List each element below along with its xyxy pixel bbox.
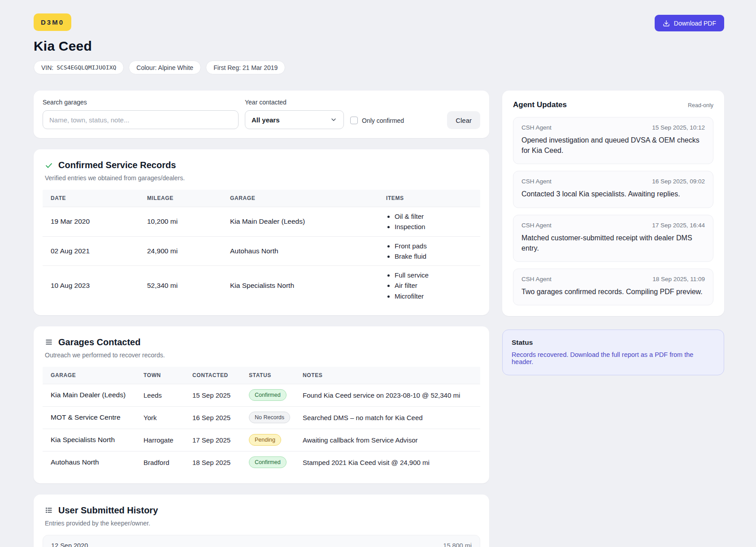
agent-updates-title: Agent Updates — [513, 100, 567, 109]
status-cell: Pending — [241, 434, 295, 446]
col-contacted: Contacted — [184, 372, 241, 378]
user-history-card: User Submitted History Entries provided … — [34, 495, 489, 547]
user-history-subtitle: Entries provided by the keeper/owner. — [43, 520, 480, 527]
record-item: Air filter — [395, 280, 480, 291]
colour-chip: Colour: Alpine White — [129, 61, 201, 74]
header-left: D3M0 Kia Ceed VIN: SCS4EGQLQMIJUOIXQ Col… — [34, 13, 285, 74]
table-row: 19 Mar 2020 10,200 mi Kia Main Dealer (L… — [43, 207, 480, 236]
garage-contacted-date: 15 Sep 2025 — [184, 391, 241, 399]
page: D3M0 Kia Ceed VIN: SCS4EGQLQMIJUOIXQ Col… — [0, 0, 756, 547]
only-confirmed-group: Only confirmed — [350, 117, 404, 124]
readonly-label: Read-only — [688, 102, 713, 109]
year-select[interactable]: All years — [245, 110, 344, 129]
col-garage: Garage — [43, 372, 135, 378]
status-badge: Confirmed — [249, 456, 287, 468]
record-item: Brake fluid — [395, 251, 480, 261]
year-select-value: All years — [252, 116, 280, 124]
table-row: 10 Aug 2023 52,340 mi Kia Specialists No… — [43, 265, 480, 305]
check-icon — [45, 161, 53, 169]
garage-contacted-date: 17 Sep 2025 — [184, 436, 241, 444]
garage-name: Autohaus North — [43, 458, 135, 466]
garage-name: Kia Specialists North — [43, 436, 135, 444]
garage-town: York — [135, 414, 184, 421]
only-confirmed-label: Only confirmed — [362, 117, 404, 124]
year-contacted-label: Year contacted — [245, 99, 344, 106]
record-item: Microfilter — [395, 291, 480, 301]
garage-town: Bradford — [135, 459, 184, 466]
header: D3M0 Kia Ceed VIN: SCS4EGQLQMIJUOIXQ Col… — [34, 13, 724, 74]
record-mileage: 52,340 mi — [139, 282, 222, 290]
table-row: Kia Main Dealer (Leeds) Leeds 15 Sep 202… — [43, 384, 480, 406]
clear-button[interactable]: Clear — [447, 111, 480, 129]
entry-mileage: 15,800 mi — [443, 542, 472, 547]
agent-update-item: CSH Agent 15 Sep 2025, 10:12 Opened inve… — [513, 117, 713, 164]
vehicle-chips: VIN: SCS4EGQLQMIJUOIXQ Colour: Alpine Wh… — [34, 61, 285, 74]
status-cell: Confirmed — [241, 456, 295, 468]
confirmed-records-card: Confirmed Service Records Verified entri… — [34, 149, 489, 315]
col-date: Date — [43, 195, 139, 201]
agent-name: CSH Agent — [521, 124, 552, 131]
agent-name: CSH Agent — [521, 276, 552, 282]
record-mileage: 24,900 mi — [139, 247, 222, 255]
search-input[interactable] — [43, 110, 239, 129]
garage-notes: Stamped 2021 Kia Ceed visit @ 24,900 mi — [295, 459, 480, 466]
user-history-title: User Submitted History — [58, 505, 158, 516]
filter-bar: Search garages Year contacted All years — [34, 91, 489, 138]
table-row: 02 Aug 2021 24,900 mi Autohaus North Fro… — [43, 236, 480, 266]
garages-contacted-table: Garage Town Contacted Status Notes Kia M… — [43, 367, 480, 473]
record-item: Full service — [395, 270, 480, 280]
agent-name: CSH Agent — [521, 222, 552, 229]
garage-notes: Found Kia Ceed service on 2023-08-10 @ 5… — [295, 391, 480, 399]
record-item: Oil & filter — [395, 211, 480, 221]
col-status: Status — [241, 372, 295, 378]
status-cell: No Records — [241, 412, 295, 423]
download-pdf-label: Download PDF — [674, 20, 716, 27]
garage-name: MOT & Service Centre — [43, 413, 135, 421]
agent-message: Two garages confirmed records. Compiling… — [521, 287, 705, 297]
year-group: Year contacted All years — [245, 99, 344, 129]
record-items: Full service Air filter Microfilter — [378, 270, 480, 301]
record-garage: Autohaus North — [222, 247, 378, 255]
chevron-down-icon — [330, 116, 337, 123]
user-history-entry: 12 Sep 2020 15,800 mi Oil & filter at ho… — [43, 535, 480, 547]
status-panel-message: Records recovered. Download the full rep… — [512, 351, 715, 365]
table-header: Garage Town Contacted Status Notes — [43, 367, 480, 384]
agent-timestamp: 15 Sep 2025, 10:12 — [652, 124, 705, 131]
page-title: Kia Ceed — [34, 39, 285, 54]
status-badge: Confirmed — [249, 389, 287, 401]
agent-timestamp: 18 Sep 2025, 11:09 — [652, 276, 705, 282]
confirmed-records-subtitle: Verified entries we obtained from garage… — [43, 174, 480, 182]
agent-update-item: CSH Agent 18 Sep 2025, 11:09 Two garages… — [513, 269, 713, 305]
vin-value: SCS4EGQLQMIJUOIXQ — [56, 64, 116, 71]
agent-timestamp: 16 Sep 2025, 09:02 — [652, 178, 705, 185]
status-panel-title: Status — [512, 339, 715, 347]
status-panel: Status Records recovered. Download the f… — [502, 330, 724, 375]
garages-contacted-card: Garages Contacted Outreach we performed … — [34, 326, 489, 483]
garage-contacted-date: 16 Sep 2025 — [184, 414, 241, 421]
confirmed-records-title: Confirmed Service Records — [58, 160, 176, 170]
agent-message: Opened investigation and queued DVSA & O… — [521, 135, 705, 156]
table-row: Autohaus North Bradford 18 Sep 2025 Conf… — [43, 451, 480, 473]
record-mileage: 10,200 mi — [139, 217, 222, 226]
sidebar: Agent Updates Read-only CSH Agent 15 Sep… — [502, 91, 724, 375]
record-item: Inspection — [395, 221, 480, 232]
download-icon — [663, 20, 670, 27]
entry-date: 12 Sep 2020 — [51, 542, 88, 547]
table-row: Kia Specialists North Harrogate 17 Sep 2… — [43, 429, 480, 451]
menu-lines-icon — [45, 338, 53, 346]
only-confirmed-checkbox[interactable] — [350, 117, 358, 124]
status-cell: Confirmed — [241, 389, 295, 401]
vin-label: VIN: — [41, 64, 53, 71]
col-garage: Garage — [222, 195, 378, 201]
col-notes: Notes — [295, 372, 480, 378]
table-row: MOT & Service Centre York 16 Sep 2025 No… — [43, 406, 480, 429]
status-badge: Pending — [249, 434, 281, 446]
demo-badge: D3M0 — [34, 13, 71, 31]
agent-timestamp: 17 Sep 2025, 16:44 — [652, 222, 705, 229]
garage-town: Leeds — [135, 391, 184, 399]
garage-notes: Awaiting callback from Service Advisor — [295, 436, 480, 444]
table-header: Date Mileage Garage Items — [43, 190, 480, 207]
download-pdf-button[interactable]: Download PDF — [655, 15, 724, 31]
garage-notes: Searched DMS – no match for Kia Ceed — [295, 414, 480, 421]
garage-name: Kia Main Dealer (Leeds) — [43, 391, 135, 399]
